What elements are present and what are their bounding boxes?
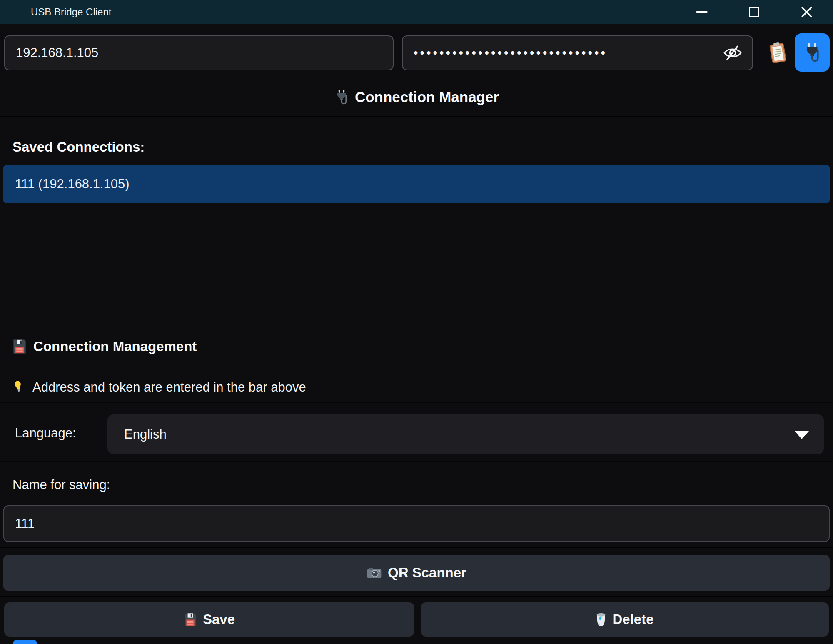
- minimize-button[interactable]: [692, 2, 712, 22]
- saved-connection-item-selected[interactable]: 111 (192.168.1.105): [3, 165, 830, 203]
- lightbulb-icon: [13, 379, 24, 396]
- save-button[interactable]: Save: [4, 602, 414, 637]
- chevron-down-icon: [795, 431, 809, 439]
- qr-scanner-label: QR Scanner: [388, 565, 466, 581]
- connection-management-title: Connection Management: [33, 339, 197, 354]
- camera-icon: [367, 567, 382, 579]
- language-selected-value: English: [124, 427, 167, 442]
- usb-bridge-client-window: USB Bridge Client: [0, 0, 833, 644]
- qr-scanner-button[interactable]: QR Scanner: [3, 555, 830, 591]
- divider: [0, 116, 833, 117]
- maximize-icon: [749, 7, 759, 17]
- plug-icon: [803, 42, 822, 63]
- address-input[interactable]: [4, 35, 394, 70]
- delete-button[interactable]: Delete: [421, 602, 829, 637]
- minimize-icon: [696, 11, 708, 13]
- divider: [0, 596, 833, 597]
- language-select[interactable]: English: [107, 414, 824, 454]
- save-label: Save: [203, 612, 235, 627]
- plug-icon: [334, 89, 349, 105]
- saved-connections-label: Saved Connections:: [12, 139, 145, 155]
- language-label: Language:: [15, 426, 76, 441]
- hint-row: Address and token are entered in the bar…: [14, 377, 306, 398]
- connect-button[interactable]: [795, 33, 830, 72]
- maximize-button[interactable]: [744, 2, 764, 22]
- connection-manager-header: Connection Manager: [0, 85, 833, 110]
- titlebar: USB Bridge Client: [0, 0, 833, 24]
- delete-label: Delete: [612, 612, 653, 627]
- connection-manager-title: Connection Manager: [355, 89, 499, 105]
- window-title: USB Bridge Client: [31, 6, 111, 18]
- floppy-disk-icon: [184, 612, 197, 627]
- trash-icon: [596, 612, 606, 627]
- floppy-disk-icon: [12, 338, 27, 355]
- saved-connection-label: 111 (192.168.1.105): [15, 177, 130, 192]
- saved-connections-list: 111 (192.168.1.105): [3, 165, 830, 323]
- token-input[interactable]: [402, 35, 753, 70]
- connection-management-header: Connection Management: [12, 335, 197, 358]
- toggle-token-visibility-button[interactable]: [721, 41, 745, 65]
- divider: [0, 402, 833, 403]
- close-button[interactable]: [797, 2, 817, 22]
- close-icon: [801, 6, 813, 18]
- paste-from-clipboard-button[interactable]: [768, 40, 788, 65]
- eye-off-icon: [722, 42, 743, 63]
- partial-blue-element: [13, 640, 37, 644]
- name-for-saving-label: Name for saving:: [12, 477, 110, 492]
- divider: [0, 461, 833, 462]
- divider: [0, 547, 833, 548]
- hint-text: Address and token are entered in the bar…: [32, 380, 306, 395]
- clipboard-icon: [768, 40, 788, 65]
- name-for-saving-input[interactable]: [3, 505, 830, 542]
